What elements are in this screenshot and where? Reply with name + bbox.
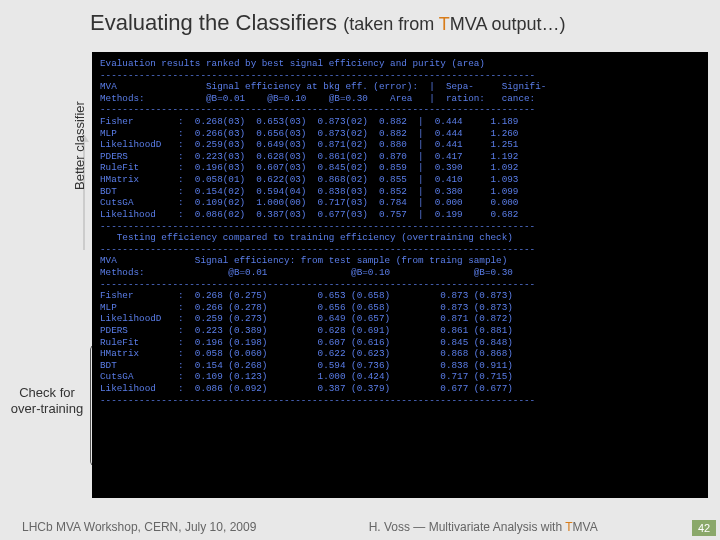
better-classifier-label: Better classifier — [72, 101, 87, 190]
page-number: 42 — [692, 520, 716, 536]
overtrain-check-label: Check for over-training — [6, 385, 88, 416]
slide-root: Evaluating the Classifiers (taken from T… — [0, 0, 720, 540]
title-sub: (taken from TMVA output…) — [343, 14, 565, 34]
terminal-text: Evaluation results ranked by best signal… — [100, 58, 700, 406]
footer: LHCb MVA Workshop, CERN, July 10, 2009 H… — [0, 520, 720, 534]
title-main: Evaluating the Classifiers — [90, 10, 337, 35]
slide-title: Evaluating the Classifiers (taken from T… — [90, 10, 566, 36]
terminal-output: Evaluation results ranked by best signal… — [92, 52, 708, 498]
footer-center: H. Voss ― Multivariate Analysis with TMV… — [256, 520, 710, 534]
footer-left: LHCb MVA Workshop, CERN, July 10, 2009 — [22, 520, 256, 534]
